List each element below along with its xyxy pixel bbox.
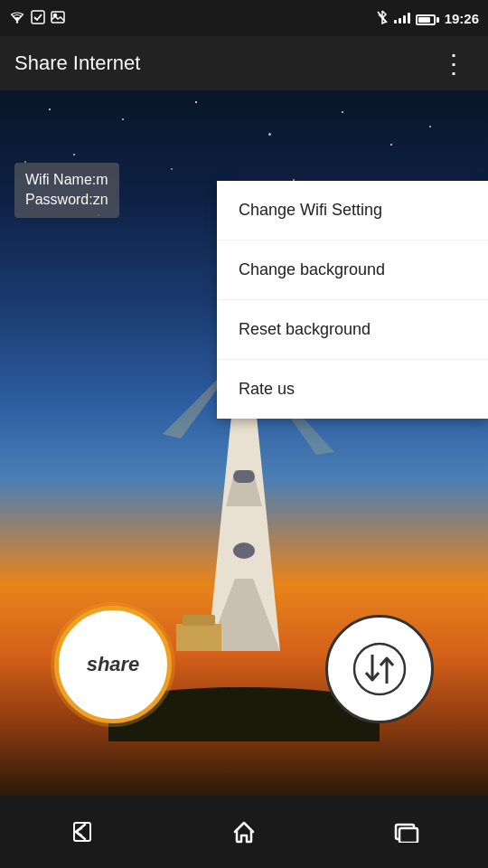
status-bar: 19:26	[0, 0, 488, 36]
back-button[interactable]	[54, 805, 108, 859]
svg-rect-11	[233, 470, 255, 483]
checkbox-icon	[31, 10, 45, 27]
wifi-name-line: Wifi Name:m	[25, 170, 108, 190]
menu-item-reset-background[interactable]: Reset background	[217, 300, 488, 360]
svg-rect-16	[176, 624, 221, 651]
app-title: Share Internet	[14, 52, 140, 75]
svg-rect-10	[233, 542, 255, 559]
transfer-button[interactable]	[325, 615, 434, 723]
menu-item-rate-us[interactable]: Rate us	[217, 360, 488, 419]
transfer-arrows-icon	[352, 642, 407, 696]
recents-button[interactable]	[380, 805, 434, 859]
menu-item-change-wifi[interactable]: Change Wifi Setting	[217, 181, 488, 241]
app-bar: Share Internet ⋮	[0, 36, 488, 90]
signal-bars-icon	[394, 11, 410, 26]
share-button-label: share	[87, 653, 140, 676]
wifi-status-icon	[9, 11, 25, 26]
wifi-info-box: Wifi Name:m Password:zn	[14, 163, 119, 218]
svg-point-0	[16, 21, 18, 23]
bluetooth-off-icon	[376, 10, 389, 27]
svg-point-18	[354, 644, 405, 694]
image-icon	[51, 11, 65, 26]
main-content: Wifi Name:m Password:zn share Change Wif…	[0, 90, 488, 796]
status-right-icons: 19:26	[376, 10, 479, 27]
dropdown-menu: Change Wifi Setting Change background Re…	[217, 181, 488, 419]
svg-rect-1	[32, 11, 44, 24]
status-left-icons	[9, 10, 65, 27]
battery-icon	[416, 12, 439, 25]
bottom-navigation	[0, 796, 488, 868]
overflow-menu-button[interactable]: ⋮	[434, 45, 474, 82]
share-button[interactable]: share	[54, 606, 172, 723]
home-button[interactable]	[217, 805, 271, 859]
wifi-password-line: Password:zn	[25, 190, 108, 210]
svg-rect-17	[183, 615, 215, 626]
time-display: 19:26	[445, 11, 479, 26]
menu-item-change-background[interactable]: Change background	[217, 241, 488, 300]
svg-rect-22	[399, 828, 418, 843]
